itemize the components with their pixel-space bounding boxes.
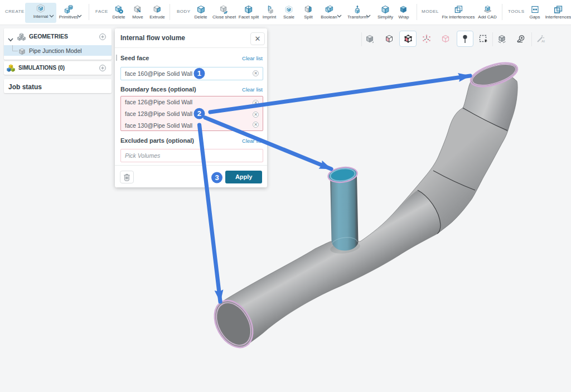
- svg-text:1: 1: [197, 69, 201, 78]
- svg-text:3: 3: [215, 173, 219, 182]
- svg-text:2: 2: [197, 109, 201, 118]
